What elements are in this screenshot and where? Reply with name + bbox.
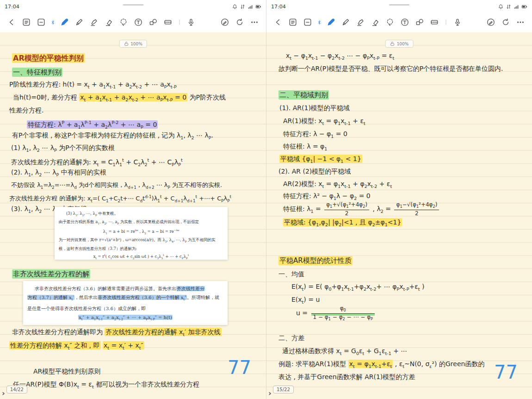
- handwritten-text: 二、方差: [278, 334, 304, 342]
- handwritten-text: 齐次线性差分方程的通解为: xt = C1λ1t + C2λ2t + ⋯ CPλ…: [11, 158, 183, 166]
- snippet-line: 根，这时齐次线性差分方程（3.7）的通解为:: [59, 245, 223, 252]
- pen-icon[interactable]: [72, 15, 86, 29]
- lasso-icon[interactable]: [117, 15, 130, 29]
- note-line: 特征方程: λ − φ1 = 0: [283, 129, 347, 141]
- note-line: 特征方程: λP + a1λP-1 + a2λP-2 + ⋯ aP = 0: [27, 118, 158, 131]
- pen-active-icon[interactable]: [57, 15, 71, 29]
- note-line: 特征根: λ1 = φ1+√(φ1²+4φ2)2 , λ2 = φ1−√(φ1²…: [283, 202, 440, 217]
- redo-icon[interactable]: [233, 15, 247, 29]
- sidebar-expand-arrow-icon[interactable]: ›: [268, 389, 272, 398]
- note-line: 非齐次线性差分方程的解: [12, 269, 90, 279]
- handwritten-page-number: 77: [228, 358, 251, 377]
- highlighted-text: 特征方程: λP + a1λP-1 + a2λP-2 + ⋯ aP = 0: [27, 120, 158, 129]
- note-line: E(xt) = u: [291, 295, 320, 307]
- text-icon[interactable]: [131, 15, 145, 29]
- note-line: 二、方差: [278, 333, 304, 343]
- shapes-icon[interactable]: [413, 15, 427, 29]
- eraser-icon[interactable]: [102, 15, 116, 29]
- pen-active-icon[interactable]: [324, 15, 338, 29]
- bluetooth-icon[interactable]: [315, 15, 323, 29]
- window-drag-handle[interactable]: [389, 4, 409, 6]
- note-line: P阶线性差分方程: h(t) = xt + a1xt-1 + a2xt-2 + …: [9, 80, 177, 92]
- note-line: 故判断一个AR(P)模型是否平稳、既可以考察它的P个特征根是否都在单位圆内.: [278, 64, 503, 74]
- network-speed-icon: [506, 4, 512, 10]
- more-icon[interactable]: [513, 15, 527, 29]
- note-line: (1) λ1, λ2 ⋯ λP 为P个不同的实数根: [11, 143, 115, 155]
- markup-icon[interactable]: [484, 15, 498, 29]
- handwritten-text: 特征根: λ = φ1: [283, 143, 327, 150]
- handwritten-text: 表达 , 并基于Green函数求解 AR(1)模型的方差: [278, 373, 415, 380]
- page-content: 100% 77 15/22 › xt − φ1xt-1 − φ2xt-2 ⋯ −…: [266, 0, 532, 399]
- handwritten-text: xt = rt( c1cos ωt + c2sin ωt ) + c3λ3t +…: [93, 254, 189, 259]
- handwritten-text: P阶线性差分方程: h(t) = xt + a1xt-1 + a2xt-2 + …: [9, 81, 177, 88]
- note-line: 一、均值: [278, 269, 304, 279]
- page-indicator[interactable]: 15/22: [273, 386, 294, 393]
- signal-icon: [247, 4, 254, 10]
- status-time: 17:04: [271, 4, 286, 10]
- note-line: 任一AR(P)模型 Φ(B)xt = εt 都可以视为一个非齐次线性差分方程: [13, 380, 199, 392]
- zoom-indicator[interactable]: 100%: [385, 40, 414, 48]
- highlighted-text: AR模型的平稳性判别: [12, 53, 85, 63]
- note-line: u = φ01 − φ1 − φ2 − ⋯ − φP: [296, 305, 376, 322]
- snippet-line: 为一对共轭复根，其中 r=√(a²+b²)，ω=arccos(a/r)。而 λ3…: [59, 237, 223, 245]
- handwritten-text: 性差分方程.: [9, 106, 43, 114]
- app-screen-right: 17:04 100% 77 15/22 › xt − φ1xt-1 − φ2xt…: [266, 0, 532, 399]
- handwritten-text: (1) λ1, λ2 ⋯ λP 为P个不同的实数根: [11, 144, 115, 151]
- tape-icon[interactable]: [427, 15, 441, 29]
- zoom-indicator[interactable]: 100%: [119, 40, 147, 48]
- pasted-textbook-snippet: 求非齐次线性差分方程（3.6）的解通常需要进行两步运算。首先求出齐次线性差分方程…: [23, 281, 228, 325]
- handwritten-text: 当h(t)=0时, 差分方程: [13, 94, 79, 101]
- app-screen-left: 17:04 100% 77 14/22 › AR模型的平稳性判别一、特征根判别P…: [0, 0, 266, 399]
- markup-icon[interactable]: [218, 15, 232, 29]
- redo-icon[interactable]: [499, 15, 513, 29]
- page-indicator[interactable]: 14/22: [6, 386, 27, 393]
- toolbar: [266, 12, 532, 32]
- signal-icon: [513, 4, 520, 10]
- notebook-icon[interactable]: [19, 15, 33, 29]
- handwritten-text: 。所谓特解，就: [187, 295, 219, 300]
- pages-icon[interactable]: [34, 15, 48, 29]
- text-icon[interactable]: [398, 15, 412, 29]
- note-line: 齐次线性差分方程的通解为: xt = C1λ1t + C2λ2t + ⋯ CPλ…: [11, 155, 183, 169]
- highlighted-text: 一、特征根判别: [12, 68, 62, 77]
- notification-icon: [232, 4, 238, 10]
- highlighter-icon[interactable]: [87, 15, 101, 29]
- more-icon[interactable]: [247, 15, 261, 29]
- note-line: 一、特征根判别: [12, 68, 62, 77]
- divider-icon: [442, 15, 450, 29]
- notebook-icon[interactable]: [286, 15, 300, 29]
- status-icon-cluster: [232, 4, 261, 10]
- network-speed-icon: [240, 4, 246, 10]
- snippet-line: 是任意一个使得非齐次线性差分方程（3.6）成立的解，即: [27, 304, 223, 313]
- fraction: φ1−√(φ1²+4φ2)2: [394, 202, 439, 217]
- pen-icon[interactable]: [339, 15, 353, 29]
- note-line: (2). AR (2)模型的平稳域: [278, 167, 351, 176]
- lasso-icon[interactable]: [383, 15, 397, 29]
- note-line: AR(2)模型: xt = φ1xt-1 + φ2xt-2 + εt: [283, 179, 392, 191]
- bluetooth-icon[interactable]: [49, 15, 56, 29]
- mic-icon[interactable]: [451, 15, 464, 29]
- snippet-line: (3) λ1, λ2, ⋯, λP 中有复根。: [59, 210, 223, 218]
- tape-icon[interactable]: [161, 15, 175, 29]
- notification-icon: [498, 4, 504, 10]
- highlighted-text: 性差分方程的特解 xt″ 之和 , 即: [9, 341, 101, 349]
- highlighted-text: xt + a1xt-1 + a2xt-2 + ⋯ aPxt-P = 0: [79, 93, 187, 101]
- handwritten-text: AR模型平稳性判别原则: [33, 368, 100, 375]
- back-icon[interactable]: [5, 15, 19, 29]
- status-icon-cluster: [498, 4, 527, 10]
- pages-icon[interactable]: [301, 15, 315, 29]
- handwritten-text: 不妨假设 λ1=λ2=⋯=λd 为d个相同实根 , λd+1 , λd+2 ⋯ …: [11, 181, 222, 188]
- zoom-label: 100%: [130, 42, 142, 46]
- eraser-icon[interactable]: [368, 15, 382, 29]
- window-drag-handle[interactable]: [123, 4, 143, 6]
- note-line: 平稳域: {φ1,φ2| |φ2|<1 , 且 φ2±φ1<1}: [283, 218, 402, 230]
- snippet-line: 方程（3.7）的通解 xt′，然后求出非齐次线性差分方程（3.6）的一个特解 x…: [27, 293, 223, 304]
- handwritten-text: (3) λ1, λ2, ⋯, λP 中有复根。: [66, 211, 118, 216]
- back-icon[interactable]: [271, 15, 285, 29]
- status-time: 17:04: [5, 4, 19, 10]
- mic-icon[interactable]: [184, 15, 198, 29]
- highlighter-icon[interactable]: [353, 15, 367, 29]
- shapes-icon[interactable]: [146, 15, 160, 29]
- note-line: 表达 , 并基于Green函数求解 AR(1)模型的方差: [278, 372, 415, 382]
- sidebar-expand-arrow-icon[interactable]: ›: [2, 389, 5, 398]
